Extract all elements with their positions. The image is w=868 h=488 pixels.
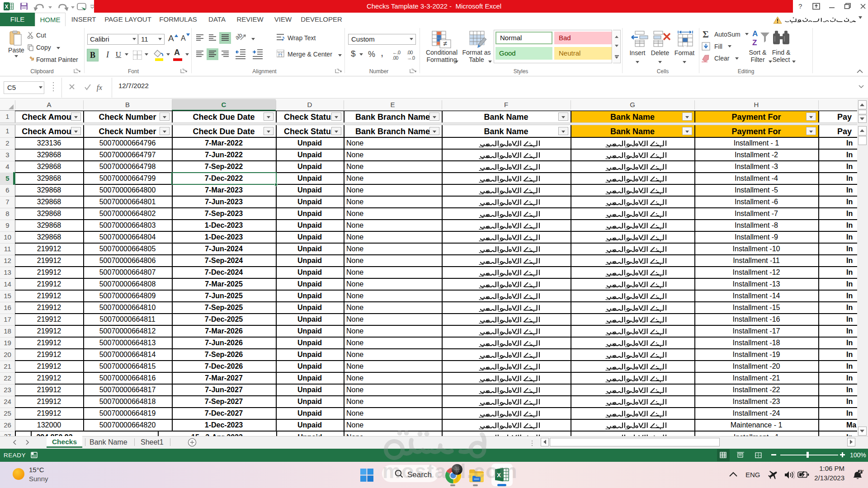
svg-text:fx: fx [97,83,103,92]
svg-text:≠: ≠ [443,40,448,47]
svg-text:?: ? [798,2,802,10]
svg-text:z: z [863,469,863,472]
svg-text:Z: Z [752,38,757,47]
svg-text:A: A [752,29,758,38]
svg-text:X: X [5,4,8,10]
